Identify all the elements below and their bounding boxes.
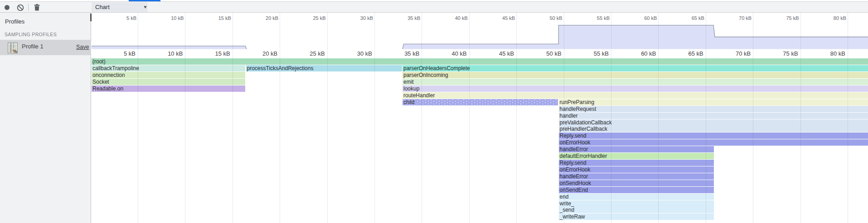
svg-text:%: % [13,48,17,54]
